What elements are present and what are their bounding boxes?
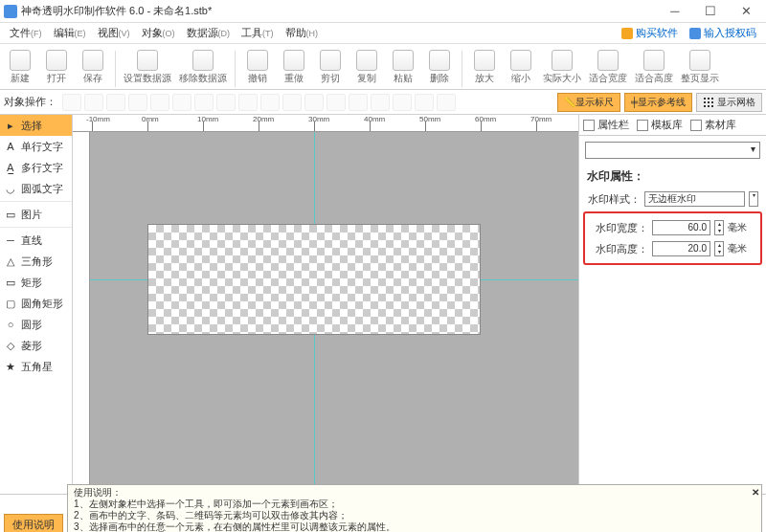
prop-width: 水印宽度： 60.0 ▴▾ 毫米 xyxy=(587,217,758,238)
save-icon xyxy=(82,50,103,71)
height-input[interactable]: 20.0 xyxy=(652,241,710,256)
canvas[interactable] xyxy=(90,132,578,494)
tb-rm-ds[interactable]: 移除数据源 xyxy=(177,48,229,87)
style-value[interactable]: 无边框水印 xyxy=(644,191,745,207)
size-highlight: 水印宽度： 60.0 ▴▾ 毫米 水印高度： 20.0 ▴▾ 毫米 xyxy=(583,211,762,265)
help-title: 使用说明： xyxy=(74,487,755,499)
zoom-out-icon xyxy=(510,50,531,71)
ruler-icon: 📏 xyxy=(564,97,575,107)
element-select[interactable] xyxy=(585,142,760,159)
op-icon-2 xyxy=(106,94,125,111)
rm-ds-icon xyxy=(192,50,214,71)
tab-assets[interactable]: 素材库 xyxy=(690,118,736,132)
width-input[interactable]: 60.0 xyxy=(652,220,710,235)
tb-zoom-in[interactable]: 放大 xyxy=(468,48,501,87)
help-close-icon[interactable]: ✕ xyxy=(752,487,759,499)
key-icon xyxy=(689,28,701,39)
tb-set-ds[interactable]: 设置数据源 xyxy=(122,48,173,87)
tool-image[interactable]: ▭图片 xyxy=(0,204,72,225)
menu-编辑[interactable]: 编辑(E) xyxy=(48,24,92,42)
tool-triangle[interactable]: △三角形 xyxy=(0,251,72,272)
tb-delete[interactable]: 删除 xyxy=(423,48,456,87)
tb-zoom-actual[interactable]: 实际大小 xyxy=(541,48,583,87)
fullscreen-icon xyxy=(689,50,710,71)
tool-text-single[interactable]: A单行文字 xyxy=(0,136,72,157)
help-button[interactable]: 使用说明 xyxy=(4,514,63,532)
toggle-ruler[interactable]: 📏显示标尺 xyxy=(557,93,620,112)
op-icon-5 xyxy=(172,94,192,111)
minimize-button[interactable]: ─ xyxy=(659,4,691,18)
line-icon: ─ xyxy=(4,233,17,247)
tool-diamond[interactable]: ◇菱形 xyxy=(0,335,72,356)
tb-paste[interactable]: 粘贴 xyxy=(387,48,419,87)
diamond-icon: ◇ xyxy=(4,339,17,352)
height-spinner[interactable]: ▴▾ xyxy=(714,241,724,256)
prop-style: 水印样式： 无边框水印 ▾ xyxy=(579,188,766,210)
tb-undo[interactable]: 撤销 xyxy=(241,48,274,87)
rect-icon: ▭ xyxy=(4,276,17,289)
app-icon xyxy=(4,5,17,18)
tab-templates[interactable]: 模板库 xyxy=(637,118,683,132)
tool-text-multi[interactable]: A̲多行文字 xyxy=(0,157,72,178)
help-line-3: 3、选择画布中的任意一个元素，在右侧的属性栏里可以调整该元素的属性。 xyxy=(74,521,755,532)
enter-code-link[interactable]: 输入授权码 xyxy=(684,26,762,40)
menu-对象[interactable]: 对象(O) xyxy=(136,24,181,42)
tool-line[interactable]: ─直线 xyxy=(0,230,72,251)
help-bar: 使用说明 ✕ 使用说明： 1、左侧对象栏中选择一个工具，即可添加一个元素到画布区… xyxy=(0,494,766,532)
tb-copy[interactable]: 复制 xyxy=(350,48,383,87)
text-arc-icon: ◡ xyxy=(4,182,17,195)
menu-视图[interactable]: 视图(V) xyxy=(92,24,136,42)
tb-open[interactable]: 打开 xyxy=(40,48,73,87)
templates-icon xyxy=(637,120,648,131)
help-line-2: 2、画布中的文字、条码、二维码等元素均可以双击修改其内容； xyxy=(74,510,755,521)
menu-工具[interactable]: 工具(T) xyxy=(236,24,280,42)
menu-文件[interactable]: 文件(F) xyxy=(4,24,48,42)
tool-text-arc[interactable]: ◡圆弧文字 xyxy=(0,178,72,199)
toggle-grid[interactable]: 显示网格 xyxy=(696,93,762,112)
artboard[interactable] xyxy=(147,224,481,335)
triangle-icon: △ xyxy=(4,255,17,268)
tab-properties[interactable]: 属性栏 xyxy=(583,118,629,132)
tb-fit-w[interactable]: 适合宽度 xyxy=(587,48,629,87)
tool-select[interactable]: ▸选择 xyxy=(0,115,72,136)
toggle-guides[interactable]: ╪显示参考线 xyxy=(624,93,692,112)
text-single-icon: A xyxy=(4,140,17,153)
op-icon-9 xyxy=(260,94,280,111)
close-button[interactable]: ✕ xyxy=(730,4,762,18)
op-icon-17 xyxy=(437,94,456,111)
op-icon-4 xyxy=(150,94,169,111)
tb-fit-h[interactable]: 适合高度 xyxy=(633,48,675,87)
menu-数据源[interactable]: 数据源(D) xyxy=(181,24,237,42)
tb-zoom-out[interactable]: 缩小 xyxy=(505,48,537,87)
tool-palette: ▸选择A单行文字A̲多行文字◡圆弧文字▭图片─直线△三角形▭矩形▢圆角矩形○圆形… xyxy=(0,115,73,494)
buy-link[interactable]: 购买软件 xyxy=(616,26,684,40)
width-spinner[interactable]: ▴▾ xyxy=(714,220,724,235)
object-ops-bar: 对象操作： 📏显示标尺 ╪显示参考线 显示网格 xyxy=(0,90,766,115)
tb-save[interactable]: 保存 xyxy=(77,48,109,87)
set-ds-icon xyxy=(137,50,158,71)
tb-new[interactable]: 新建 xyxy=(4,48,36,87)
fit-h-icon xyxy=(643,50,665,71)
op-icon-7 xyxy=(216,94,236,111)
tb-redo[interactable]: 重做 xyxy=(278,48,310,87)
menu-帮助[interactable]: 帮助(H) xyxy=(280,24,325,42)
main-area: ▸选择A单行文字A̲多行文字◡圆弧文字▭图片─直线△三角形▭矩形▢圆角矩形○圆形… xyxy=(0,115,766,494)
roundrect-icon: ▢ xyxy=(4,297,17,310)
paste-icon xyxy=(393,50,414,71)
tool-star[interactable]: ★五角星 xyxy=(0,356,72,377)
tool-roundrect[interactable]: ▢圆角矩形 xyxy=(0,293,72,314)
maximize-button[interactable]: ☐ xyxy=(694,4,727,18)
op-icon-11 xyxy=(304,94,324,111)
tb-fullscreen[interactable]: 整页显示 xyxy=(679,48,721,87)
undo-icon xyxy=(247,50,268,71)
select-icon: ▸ xyxy=(4,119,17,132)
right-tabs: 属性栏 模板库 素材库 xyxy=(579,115,766,136)
tool-rect[interactable]: ▭矩形 xyxy=(0,272,72,293)
tool-circle[interactable]: ○圆形 xyxy=(0,314,72,335)
properties-icon xyxy=(583,120,595,131)
cart-icon xyxy=(621,28,633,39)
object-ops-label: 对象操作： xyxy=(4,95,56,109)
tb-cut[interactable]: 剪切 xyxy=(314,48,347,87)
style-dropdown-icon[interactable]: ▾ xyxy=(749,191,758,207)
toolbar: 新建打开保存设置数据源移除数据源撤销重做剪切复制粘贴删除放大缩小实际大小适合宽度… xyxy=(0,44,766,90)
